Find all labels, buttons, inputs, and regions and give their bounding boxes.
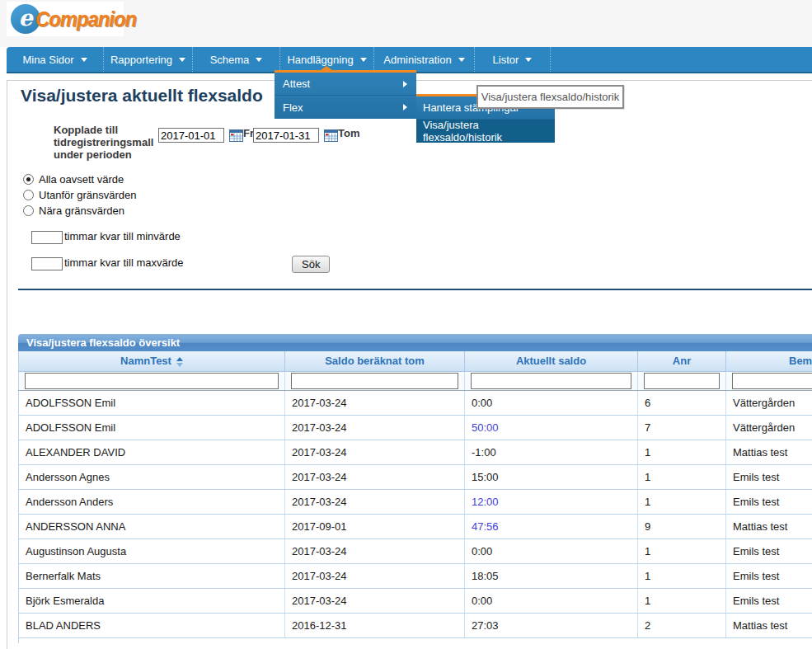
cell-anr: 1 xyxy=(638,538,726,563)
filter-cell xyxy=(465,371,638,390)
cell-namn: BLAD ANDERS xyxy=(19,613,285,637)
table-row: Andersson Agnes2017-03-2415:001Emils tes… xyxy=(19,464,812,489)
column-header-label: Bema xyxy=(789,355,812,367)
cell-aktuellt: 27:03 xyxy=(465,613,638,637)
filter-input-anr[interactable] xyxy=(644,373,720,389)
menu-item-attest[interactable]: Attest xyxy=(275,73,416,96)
menu-item-label: Flex xyxy=(283,101,303,114)
max-hours-input[interactable] xyxy=(31,257,63,270)
period-label: Kopplade till tidregistreringsmall under… xyxy=(54,124,169,161)
calendar-icon[interactable] xyxy=(324,129,338,145)
column-header-label: Aktuellt saldo xyxy=(516,355,586,367)
filter-input-namntest[interactable] xyxy=(25,373,279,389)
content-container: Visa/justera aktuellt flexsaldo Kopplade… xyxy=(7,80,812,649)
column-header-namntest[interactable]: NamnTest xyxy=(19,351,285,371)
cell-namn: ADOLFSSON Emil xyxy=(19,390,285,415)
column-header-bema[interactable]: Bema xyxy=(726,351,812,371)
chevron-down-icon xyxy=(179,58,185,62)
nav-item-label: Administration xyxy=(383,54,451,66)
from-date-input[interactable] xyxy=(158,128,224,143)
column-header-aktuellt-saldo[interactable]: Aktuellt saldo xyxy=(465,351,638,371)
search-button[interactable]: Sök xyxy=(292,256,330,273)
nav-item-listor[interactable]: Listor xyxy=(475,47,551,72)
max-hours-group: timmar kvar till maxvärde xyxy=(31,256,183,270)
filter-cell xyxy=(285,371,465,390)
nav-item-label: Handläggning xyxy=(287,54,353,66)
cell-saldo-tom: 2017-03-24 xyxy=(285,415,465,440)
cell-namn: Augustinson Augusta xyxy=(19,538,285,563)
menu-item-label: Attest xyxy=(283,78,310,90)
radio-alla-oavsett-v-rde[interactable]: Alla oavsett värde xyxy=(23,172,137,187)
table-row: ADOLFSSON Emil2017-03-240:006Vättergårde… xyxy=(19,390,812,415)
flexsaldo-grid: NamnTestSaldo beräknat tomAktuellt saldo… xyxy=(18,351,812,638)
filter-input-saldo-ber-knat-tom[interactable] xyxy=(291,373,458,389)
cell-aktuellt: 0:00 xyxy=(465,390,638,415)
chevron-down-icon xyxy=(256,58,262,62)
cell-bemanning: Emils test xyxy=(726,588,812,613)
cell-anr: 9 xyxy=(638,514,726,538)
radio-utanf-r-gr-nsv-rden[interactable]: Utanför gränsvärden xyxy=(23,187,137,203)
cell-aktuellt-link[interactable]: 50:00 xyxy=(465,415,638,440)
cell-anr: 1 xyxy=(638,563,726,588)
value-filter-radio-group: Alla oavsett värdeUtanför gränsvärdenNär… xyxy=(23,172,137,219)
sort-arrows-icon xyxy=(176,357,183,367)
nav-item-mina-sidor[interactable]: Mina Sidor xyxy=(7,47,104,72)
table-row: Björk Esmeralda2017-03-240:001Emils test xyxy=(19,588,812,613)
radio-button-icon[interactable] xyxy=(23,190,34,200)
submenu-item-visa-justera-flexsaldo-historik[interactable]: Visa/justera flexsaldo/historik xyxy=(416,120,555,143)
cell-bemanning: Emils test xyxy=(726,538,812,563)
cell-namn: Bernerfalk Mats xyxy=(19,563,285,588)
cell-saldo-tom: 2017-03-24 xyxy=(285,563,465,588)
menu-tooltip: Visa/justera flexsaldo/historik xyxy=(476,85,624,109)
max-hours-label: timmar kvar till maxvärde xyxy=(64,256,183,269)
table-row: Andersson Anders2017-03-2412:001Emils te… xyxy=(19,489,812,514)
sort-up-icon xyxy=(176,357,183,361)
filter-input-bema[interactable] xyxy=(732,373,812,389)
table-row: ANDERSSON ANNA2017-09-0147:569Mattias te… xyxy=(19,514,812,538)
tom-date-input[interactable] xyxy=(253,128,319,143)
menu-item-flex[interactable]: Flex xyxy=(275,96,416,119)
nav-item-administration[interactable]: Administration xyxy=(374,47,475,72)
cell-bemanning: Emils test xyxy=(726,489,812,514)
radio-label: Utanför gränsvärden xyxy=(39,189,137,201)
radio-button-icon[interactable] xyxy=(23,205,34,216)
min-hours-input[interactable] xyxy=(31,231,63,244)
cell-aktuellt: 18:05 xyxy=(465,563,638,588)
submenu-item-label: Visa/justera flexsaldo/historik xyxy=(423,119,548,143)
chevron-down-icon xyxy=(525,58,532,62)
cell-bemanning: Emils test xyxy=(726,563,812,588)
cell-saldo-tom: 2017-03-24 xyxy=(285,464,465,489)
filter-input-aktuellt-saldo[interactable] xyxy=(471,373,631,389)
column-header-anr[interactable]: Anr xyxy=(638,351,726,371)
menu-notch-icon xyxy=(321,66,332,70)
filter-cell xyxy=(19,371,285,390)
cell-saldo-tom: 2017-03-24 xyxy=(285,588,465,613)
nav-item-label: Listor xyxy=(493,54,519,66)
column-header-label: NamnTest xyxy=(120,355,171,367)
nav-item-schema[interactable]: Schema xyxy=(193,47,280,72)
filter-row xyxy=(19,371,812,390)
cell-namn: Andersson Agnes xyxy=(19,464,285,489)
chevron-down-icon xyxy=(458,58,465,62)
table-row: Augustinson Augusta2017-03-240:001Emils … xyxy=(19,538,812,563)
cell-namn: ALEXANDER DAVID xyxy=(19,440,285,464)
cell-anr: 1 xyxy=(638,489,726,514)
cell-bemanning: Mattias test xyxy=(726,613,812,637)
min-hours-group: timmar kvar till minvärde xyxy=(31,230,181,244)
app-logo[interactable]: e Companion xyxy=(7,2,124,36)
nav-item-rapportering[interactable]: Rapportering xyxy=(104,47,193,72)
cell-aktuellt-link[interactable]: 12:00 xyxy=(465,489,638,514)
calendar-icon[interactable] xyxy=(229,129,243,145)
section-divider xyxy=(18,289,812,290)
cell-saldo-tom: 2017-09-01 xyxy=(285,514,465,538)
cell-bemanning: Vättergården xyxy=(726,415,812,440)
cell-aktuellt: -1:00 xyxy=(465,440,638,464)
cell-namn: Björk Esmeralda xyxy=(19,588,285,613)
table-row: ADOLFSSON Emil2017-03-2450:007Vättergård… xyxy=(19,415,812,440)
column-header-saldo-ber-knat-tom[interactable]: Saldo beräknat tom xyxy=(285,351,465,371)
cell-aktuellt-link[interactable]: 47:56 xyxy=(465,514,638,538)
radio-button-icon[interactable] xyxy=(23,174,34,185)
cell-anr: 1 xyxy=(638,464,726,489)
radio-n-ra-gr-nsv-rden[interactable]: Nära gränsvärden xyxy=(23,203,137,219)
cell-saldo-tom: 2017-03-24 xyxy=(285,538,465,563)
